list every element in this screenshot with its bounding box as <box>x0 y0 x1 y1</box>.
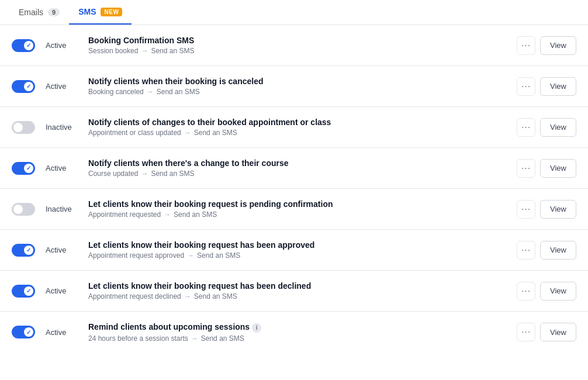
trigger-text: Appointment or class updated <box>88 129 181 137</box>
view-button[interactable]: View <box>540 241 576 260</box>
more-options-button[interactable]: ··· <box>517 77 535 96</box>
action-text: Send an SMS <box>174 210 217 219</box>
item-actions: ··· View <box>517 159 576 178</box>
item-content: Let clients know their booking request i… <box>88 199 506 219</box>
item-actions: ··· View <box>517 118 576 137</box>
toggle-check-icon: ✓ <box>26 329 31 336</box>
arrow-icon: → <box>164 210 171 219</box>
more-options-button[interactable]: ··· <box>517 118 535 137</box>
action-text: Send an SMS <box>151 47 194 55</box>
status-label: Active <box>46 286 78 295</box>
view-button[interactable]: View <box>540 323 576 341</box>
view-button[interactable]: View <box>540 200 576 219</box>
action-text: Send an SMS <box>201 334 244 343</box>
item-content: Notify clients when their booking is can… <box>88 77 506 96</box>
item-content: Let clients know their booking request h… <box>88 281 506 300</box>
more-options-button[interactable]: ··· <box>517 282 535 300</box>
toggle-check-icon: ✓ <box>26 42 31 49</box>
toggle-3[interactable]: ✓ <box>12 121 35 134</box>
more-options-button[interactable]: ··· <box>517 323 535 341</box>
item-actions: ··· View <box>517 282 576 300</box>
item-content: Notify clients of changes to their booke… <box>88 118 506 137</box>
view-button[interactable]: View <box>540 36 576 55</box>
list-item: ✓ Active Booking Confirmation SMS Sessio… <box>0 25 588 66</box>
arrow-icon: → <box>184 129 191 137</box>
tab-sms-new-badge: NEW <box>101 8 122 16</box>
tab-sms-label: SMS <box>78 7 96 16</box>
more-options-button[interactable]: ··· <box>517 241 535 260</box>
item-actions: ··· View <box>517 241 576 260</box>
item-title: Notify clients when their booking is can… <box>88 77 506 86</box>
item-title: Let clients know their booking request h… <box>88 281 506 291</box>
item-subtitle: Appointment requested → Send an SMS <box>88 210 506 219</box>
item-actions: ··· View <box>517 36 576 55</box>
trigger-text: Appointment request approved <box>88 251 184 260</box>
status-label: Active <box>46 246 78 254</box>
trigger-text: 24 hours before a session starts <box>88 334 188 343</box>
view-button[interactable]: View <box>540 282 576 300</box>
arrow-icon: → <box>141 47 148 55</box>
item-actions: ··· View <box>517 200 576 219</box>
item-subtitle: Course updated → Send an SMS <box>88 170 506 178</box>
list-item: ✓ Inactive Let clients know their bookin… <box>0 189 588 230</box>
trigger-text: Session booked <box>88 47 138 55</box>
trigger-text: Course updated <box>88 170 138 178</box>
item-content: Notify clients when there's a change to … <box>88 158 506 178</box>
toggle-check-icon: ✓ <box>26 165 31 171</box>
list-item: ✓ Active Notify clients when their booki… <box>0 66 588 107</box>
toggle-6[interactable]: ✓ <box>12 244 35 257</box>
view-button[interactable]: View <box>540 118 576 137</box>
status-label: Inactive <box>46 123 78 132</box>
trigger-text: Appointment requested <box>88 210 161 219</box>
toggle-5[interactable]: ✓ <box>12 203 35 216</box>
action-text: Send an SMS <box>194 292 237 300</box>
arrow-icon: → <box>141 170 148 178</box>
action-text: Send an SMS <box>194 129 237 137</box>
item-title: Let clients know their booking request h… <box>88 240 506 250</box>
status-label: Active <box>46 41 78 50</box>
tab-emails-label: Emails <box>19 8 43 17</box>
tab-sms[interactable]: SMS NEW <box>69 0 132 25</box>
more-options-button[interactable]: ··· <box>517 200 535 219</box>
status-label: Active <box>46 328 78 337</box>
item-subtitle: Appointment request approved → Send an S… <box>88 251 506 260</box>
toggle-check-icon: ✓ <box>26 83 31 89</box>
item-title: Booking Confirmation SMS <box>88 36 506 45</box>
list-item: ✓ Active Let clients know their booking … <box>0 230 588 271</box>
arrow-icon: → <box>147 88 154 96</box>
info-icon[interactable]: i <box>252 323 261 333</box>
more-options-button[interactable]: ··· <box>517 36 535 55</box>
toggle-check-icon: ✓ <box>26 247 31 253</box>
action-text: Send an SMS <box>157 88 200 96</box>
item-subtitle: Session booked → Send an SMS <box>88 47 506 55</box>
view-button[interactable]: View <box>540 77 576 96</box>
trigger-text: Appointment request declined <box>88 292 181 300</box>
status-label: Active <box>46 164 78 172</box>
item-subtitle: Appointment or class updated → Send an S… <box>88 129 506 137</box>
trigger-text: Booking canceled <box>88 88 144 96</box>
status-label: Active <box>46 82 78 91</box>
list-item: ✓ Active Notify clients when there's a c… <box>0 148 588 189</box>
more-options-button[interactable]: ··· <box>517 159 535 178</box>
item-title: Let clients know their booking request i… <box>88 199 506 209</box>
arrow-icon: → <box>184 292 191 300</box>
item-content: Remind clients about upcoming sessionsi … <box>88 322 506 343</box>
item-title: Notify clients when there's a change to … <box>88 158 506 168</box>
tab-emails[interactable]: Emails 9 <box>9 1 69 24</box>
item-subtitle: Booking canceled → Send an SMS <box>88 88 506 96</box>
view-button[interactable]: View <box>540 159 576 178</box>
item-content: Let clients know their booking request h… <box>88 240 506 260</box>
toggle-4[interactable]: ✓ <box>12 162 35 175</box>
item-content: Booking Confirmation SMS Session booked … <box>88 36 506 55</box>
toggle-7[interactable]: ✓ <box>12 285 35 298</box>
tab-emails-badge: 9 <box>48 8 60 16</box>
toggle-2[interactable]: ✓ <box>12 80 35 93</box>
toggle-1[interactable]: ✓ <box>12 39 35 52</box>
item-actions: ··· View <box>517 77 576 96</box>
item-subtitle: 24 hours before a session starts → Send … <box>88 334 506 343</box>
tabs-container: Emails 9 SMS NEW <box>0 0 588 25</box>
arrow-icon: → <box>187 251 194 260</box>
arrow-icon: → <box>191 334 198 343</box>
toggle-8[interactable]: ✓ <box>12 326 35 338</box>
action-text: Send an SMS <box>151 170 194 178</box>
